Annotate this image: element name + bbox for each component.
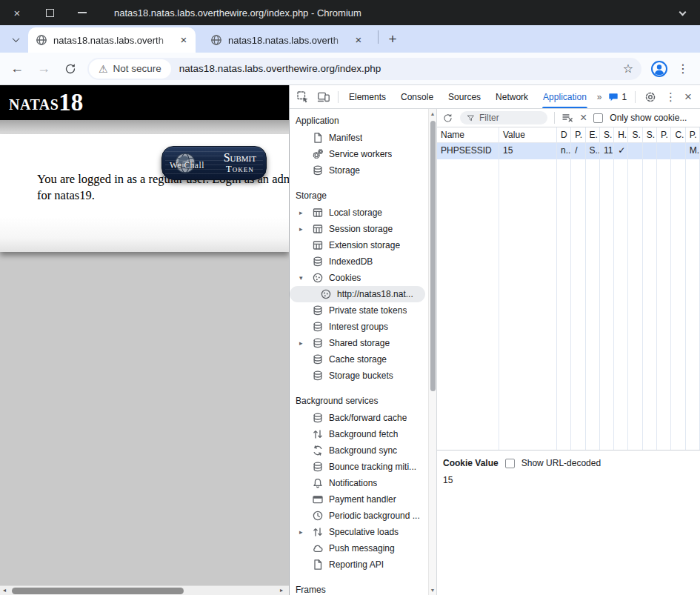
tab-search-icon[interactable] (6, 30, 25, 49)
sidebar-item-payment-handler[interactable]: Payment handler (290, 491, 428, 508)
device-toolbar-icon[interactable] (317, 90, 330, 104)
col-name[interactable]: Name (437, 127, 499, 142)
tab-close-icon[interactable]: × (178, 34, 190, 46)
cell-size[interactable]: 11 (600, 143, 614, 159)
sidebar-item-shared-storage[interactable]: ▸ Shared storage (290, 335, 428, 351)
scroll-up-icon[interactable]: ▲ (429, 111, 436, 116)
cell-partition[interactable] (657, 143, 671, 159)
chevron-down-icon[interactable] (680, 10, 687, 16)
bookmark-star-icon[interactable]: ☆ (623, 62, 633, 76)
sidebar-item-storage-buckets[interactable]: Storage buckets (290, 368, 428, 384)
scroll-down-icon[interactable]: ▼ (429, 588, 436, 593)
sidebar-item-notifications[interactable]: Notifications (290, 475, 428, 491)
only-show-issue-checkbox[interactable] (593, 113, 603, 123)
expand-icon[interactable]: ▸ (299, 209, 303, 216)
col-path[interactable]: P. (571, 127, 585, 142)
cell-priority[interactable]: M. (686, 143, 700, 159)
tab-network[interactable]: Network (488, 85, 536, 108)
more-tabs-icon[interactable]: » (597, 92, 601, 102)
sidebar-item-indexeddb[interactable]: IndexedDB (290, 253, 428, 270)
settings-gear-icon[interactable] (644, 90, 657, 104)
col-size[interactable]: S. (600, 127, 614, 142)
url-text[interactable]: natas18.natas.labs.overthewire.org/index… (179, 63, 381, 74)
sidebar-item-cookies-natas18[interactable]: http://natas18.nat... (290, 286, 425, 302)
delete-selected-icon[interactable]: × (580, 112, 587, 124)
tab-application[interactable]: Application (536, 85, 594, 108)
col-expires[interactable]: E. (586, 127, 600, 142)
cell-secure[interactable] (628, 143, 642, 159)
tab-sources[interactable]: Sources (441, 85, 488, 108)
col-crossite[interactable]: C. (671, 127, 685, 142)
clear-all-cookies-icon[interactable] (561, 112, 573, 124)
new-tab-button[interactable]: + (383, 30, 402, 49)
sidebar-item-back-forward-cache[interactable]: Back/forward cache (290, 410, 428, 426)
sidebar-item-interest-groups[interactable]: Interest groups (290, 319, 428, 335)
expand-icon[interactable]: ▸ (299, 225, 303, 233)
cell-value[interactable]: 15 (499, 143, 557, 159)
devtools-menu-icon[interactable]: ⋮ (665, 90, 676, 104)
scroll-right-icon[interactable]: ▸ (280, 586, 283, 595)
expand-icon[interactable]: ▸ (299, 339, 303, 347)
address-bar[interactable]: ⚠ Not secure natas18.natas.labs.overthew… (87, 58, 641, 80)
forward-icon[interactable]: → (37, 61, 50, 76)
window-minimize-icon[interactable] (76, 7, 88, 19)
col-httponly[interactable]: H. (614, 127, 628, 142)
browser-menu-icon[interactable]: ⋮ (677, 62, 689, 76)
sidebar-item-background-fetch[interactable]: Background fetch (290, 426, 428, 442)
col-value[interactable]: Value (499, 127, 557, 142)
col-secure[interactable]: S. (628, 127, 642, 142)
sidebar-item-speculative-loads[interactable]: ▸ Speculative loads (290, 524, 428, 540)
window-maximize-icon[interactable] (44, 7, 56, 19)
horizontal-scrollbar[interactable]: ◂ ▸ (0, 585, 289, 595)
cell-crossite[interactable] (671, 143, 685, 159)
sidebar-item-extension-storage[interactable]: Extension storage (290, 237, 428, 253)
wechall-submit-token-button[interactable]: We Chall Submit Token (161, 146, 267, 180)
sidebar-item-storage[interactable]: Storage (290, 162, 428, 179)
filter-input[interactable]: Filter (460, 111, 547, 124)
sidebar-item-service-workers[interactable]: Service workers (290, 146, 428, 162)
sidebar-item-local-storage[interactable]: ▸ Local storage (290, 205, 428, 221)
col-partition[interactable]: P. (657, 127, 671, 142)
refresh-icon[interactable] (442, 113, 453, 124)
sidebar-item-cache-storage[interactable]: Cache storage (290, 351, 428, 368)
reload-icon[interactable] (64, 62, 77, 76)
sidebar-item-private-state-tokens[interactable]: Private state tokens (290, 302, 428, 319)
sidebar-item-background-sync[interactable]: Background sync (290, 442, 428, 459)
sidebar-item-manifest[interactable]: Manifest (290, 130, 428, 146)
issues-counter[interactable]: 1 (608, 92, 627, 102)
show-url-decoded-checkbox[interactable] (505, 459, 515, 468)
tab-console[interactable]: Console (393, 85, 441, 108)
inspect-element-icon[interactable] (296, 90, 310, 104)
security-chip[interactable]: ⚠ Not secure (89, 59, 171, 79)
cell-domain[interactable]: n.. (557, 143, 571, 159)
col-domain[interactable]: D (557, 127, 571, 142)
cookie-table-row[interactable]: PHPSESSID 15 n.. / S.. 11 ✓ M. (437, 143, 700, 159)
sidebar-scrollbar[interactable]: ▲ ▼ (428, 109, 436, 595)
expand-icon[interactable]: ▸ (299, 528, 303, 536)
sidebar-item-session-storage[interactable]: ▸ Session storage (290, 221, 428, 237)
cell-samesite[interactable] (643, 143, 657, 159)
cell-name[interactable]: PHPSESSID (437, 143, 499, 159)
cell-httponly[interactable]: ✓ (614, 143, 628, 159)
sidebar-item-bounce-tracking[interactable]: Bounce tracking miti... (290, 459, 428, 475)
tab-elements[interactable]: Elements (341, 85, 393, 108)
back-icon[interactable]: ← (10, 61, 24, 76)
cell-expires[interactable]: S.. (586, 143, 600, 159)
sidebar-item-push-messaging[interactable]: Push messaging (290, 540, 428, 556)
scrollbar-thumb[interactable] (12, 588, 184, 594)
col-priority[interactable]: P. (686, 127, 700, 142)
scrollbar-thumb[interactable] (430, 121, 436, 391)
col-samesite[interactable]: S. (643, 127, 657, 142)
tab-close-icon[interactable]: × (353, 34, 364, 46)
browser-tab-1[interactable]: natas18.natas.labs.overth × (28, 27, 196, 53)
profile-icon[interactable] (650, 60, 668, 78)
devtools-close-icon[interactable]: × (684, 90, 692, 103)
browser-tab-2[interactable]: natas18.natas.labs.overth × (203, 27, 370, 53)
cell-path[interactable]: / (571, 143, 585, 159)
sidebar-item-cookies[interactable]: ▾ Cookies (290, 270, 428, 286)
collapse-icon[interactable]: ▾ (299, 274, 303, 282)
sidebar-item-reporting-api[interactable]: Reporting API (290, 556, 428, 573)
window-close-icon[interactable]: × (11, 7, 23, 19)
sidebar-item-periodic-background-sync[interactable]: Periodic background ... (290, 508, 428, 524)
scroll-left-icon[interactable]: ◂ (3, 586, 6, 595)
